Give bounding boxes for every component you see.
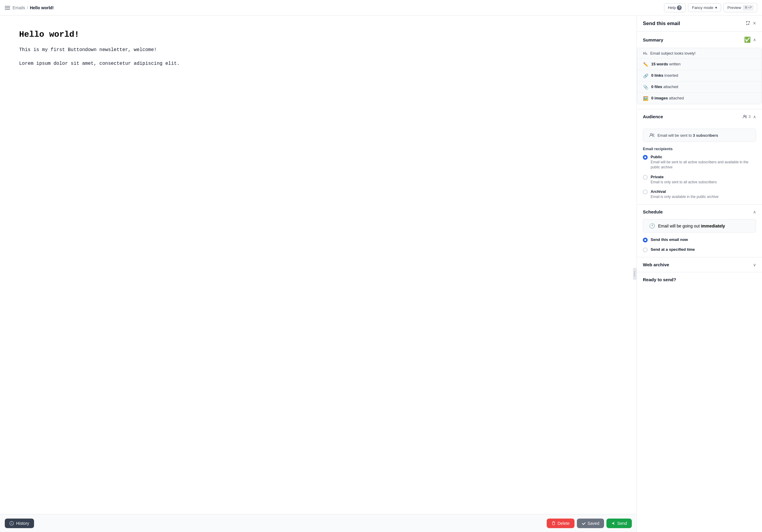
chevron-down-icon: ▾ <box>715 5 717 10</box>
saved-label: Saved <box>588 521 600 526</box>
summary-title: Summary <box>643 37 663 42</box>
audience-info: Email will be sent to 3 subscribers <box>643 129 756 142</box>
schedule-body: 🕐 Email will be going out immediately Se… <box>637 219 762 257</box>
schedule-section: Schedule ∧ 🕐 Email will be going out imm… <box>637 204 762 257</box>
svg-point-5 <box>634 275 635 276</box>
image-icon: 🖼️ <box>643 96 648 101</box>
hamburger-icon[interactable] <box>5 5 10 10</box>
audience-section-header[interactable]: Audience 3 ∧ <box>637 109 762 124</box>
bottom-right-actions: Delete Saved Send <box>547 519 632 528</box>
send-label: Send <box>617 521 627 526</box>
summary-check-icon: ✅ <box>744 37 751 43</box>
web-archive-chevron-icon[interactable]: ∨ <box>753 263 756 267</box>
audience-count: 3 <box>749 114 751 119</box>
delete-button[interactable]: Delete <box>547 519 574 528</box>
svg-point-3 <box>634 272 635 272</box>
web-archive-header[interactable]: Web archive ∨ <box>637 257 762 272</box>
history-button[interactable]: History <box>5 519 34 528</box>
radio-public[interactable] <box>643 155 648 160</box>
pencil-icon: ✏️ <box>643 62 648 67</box>
radio-private[interactable] <box>643 175 648 180</box>
help-button[interactable]: Help ? <box>664 3 686 12</box>
svg-point-7 <box>746 115 747 117</box>
audience-badge: 3 <box>743 114 751 119</box>
ready-title: Ready to send? <box>643 277 676 282</box>
panel-header-controls: × <box>746 20 756 27</box>
editor-content[interactable]: Hello world! This is my first Buttondown… <box>0 16 637 514</box>
summary-item-links: 🔗 0 links inserted <box>637 70 762 82</box>
help-label: Help <box>668 5 676 10</box>
svg-point-4 <box>634 273 635 274</box>
radio-public-label: Public <box>650 155 756 159</box>
help-badge: ? <box>677 5 682 10</box>
right-panel: Send this email × Summary ✅ ∧ <box>637 16 762 532</box>
summary-section-header[interactable]: Summary ✅ ∧ <box>637 32 762 48</box>
radio-private-label: Private <box>650 175 756 179</box>
svg-point-9 <box>653 134 654 135</box>
summary-section: Summary ✅ ∧ H₁ Email subject looks lovel… <box>637 32 762 109</box>
preview-label: Preview <box>727 5 741 10</box>
radio-archival-label: Archival <box>650 189 756 194</box>
links-text: 0 links inserted <box>651 73 678 78</box>
schedule-title: Schedule <box>643 209 663 214</box>
summary-item-words: ✏️ 15 words written <box>637 59 762 70</box>
radio-archival[interactable] <box>643 190 648 194</box>
radio-option-public: Public Email will be sent to all active … <box>643 155 756 170</box>
summary-item-images: 🖼️ 0 images attached <box>637 93 762 104</box>
schedule-chevron-icon[interactable]: ∧ <box>753 209 756 214</box>
audience-chevron-icon[interactable]: ∧ <box>753 114 756 119</box>
email-heading: Hello world! <box>19 30 618 39</box>
radio-archival-desc: Email is only available in the public ar… <box>650 194 756 199</box>
link-icon: 🔗 <box>643 73 648 78</box>
ready-section: Ready to send? <box>637 272 762 287</box>
audience-section: Audience 3 ∧ Email will be sent to 3 sub… <box>637 109 762 204</box>
panel-expand-button[interactable] <box>746 21 750 26</box>
files-text: 0 files attached <box>651 85 678 89</box>
radio-send-later[interactable] <box>643 248 648 252</box>
saved-button[interactable]: Saved <box>577 519 604 528</box>
editor-area: Hello world! This is my first Buttondown… <box>0 16 637 532</box>
fancy-mode-button[interactable]: Fancy mode ▾ <box>688 3 721 12</box>
radio-send-later-label: Send at a specified time <box>650 247 756 252</box>
svg-rect-2 <box>5 9 10 10</box>
paperclip-icon: 📎 <box>643 85 648 90</box>
radio-public-desc: Email will be sent to all active subscri… <box>650 160 756 170</box>
summary-item-files: 📎 0 files attached <box>637 82 762 93</box>
svg-point-6 <box>743 115 745 116</box>
breadcrumb-sep: / <box>27 5 28 10</box>
audience-title: Audience <box>643 114 663 119</box>
subscribers-icon <box>649 132 654 138</box>
send-button[interactable]: Send <box>606 519 632 528</box>
clock-icon: 🕐 <box>649 223 655 229</box>
svg-rect-0 <box>5 6 10 7</box>
drag-handle[interactable] <box>633 268 637 280</box>
topbar: Emails / Hello world! Help ? Fancy mode … <box>0 0 762 16</box>
email-paragraph-1: This is my first Buttondown newsletter, … <box>19 46 618 54</box>
audience-body: Email will be sent to 3 subscribers Emai… <box>637 124 762 204</box>
radio-send-now[interactable] <box>643 238 648 242</box>
breadcrumb: Emails / Hello world! <box>13 5 54 10</box>
summary-chevron-icon[interactable]: ∧ <box>753 37 756 42</box>
recipients-label: Email recipients <box>643 147 756 151</box>
breadcrumb-emails[interactable]: Emails <box>13 5 25 10</box>
svg-point-8 <box>650 133 652 135</box>
preview-button[interactable]: Preview ⌘+P <box>724 3 757 12</box>
bottom-bar: History Delete Saved Send <box>0 514 637 532</box>
panel-header: Send this email × <box>637 16 762 32</box>
summary-items: H₁ Email subject looks lovely! ✏️ 15 wor… <box>637 48 762 104</box>
radio-private-desc: Email is only sent to all active subscri… <box>650 180 756 185</box>
radio-option-send-later: Send at a specified time <box>643 247 756 252</box>
svg-rect-1 <box>5 7 10 8</box>
fancy-mode-label: Fancy mode <box>692 5 713 10</box>
words-text: 15 words written <box>651 62 680 66</box>
radio-option-send-now: Send this email now <box>643 237 756 242</box>
images-text: 0 images attached <box>651 96 684 100</box>
schedule-section-header[interactable]: Schedule ∧ <box>637 204 762 219</box>
delete-label: Delete <box>558 521 570 526</box>
audience-info-text: Email will be sent to 3 subscribers <box>657 133 718 138</box>
panel-close-button[interactable]: × <box>753 20 756 27</box>
web-archive-section: Web archive ∨ <box>637 257 762 272</box>
summary-item-subject: H₁ Email subject looks lovely! <box>637 48 762 59</box>
preview-kbd: ⌘+P <box>743 5 753 10</box>
email-paragraph-2: Lorem ipsum dolor sit amet, consectetur … <box>19 60 618 68</box>
